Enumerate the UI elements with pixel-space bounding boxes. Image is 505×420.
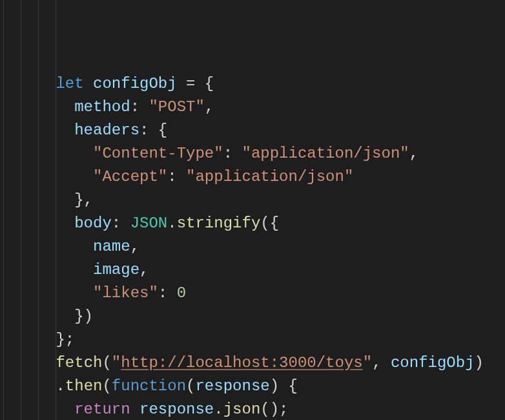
code-token: " [112,354,121,372]
code-line[interactable]: name, [0,235,505,258]
indent [0,191,74,209]
code-token: image [93,261,139,278]
indent [0,308,74,325]
code-token: ( [186,377,195,395]
indent [0,215,74,232]
code-token: return [74,401,130,418]
indent [0,238,93,255]
code-line[interactable]: .then(function(response) { [0,375,505,398]
code-token: }, [74,191,93,209]
indent [0,284,93,302]
code-token: "Accept" [93,168,167,185]
code-token: "POST" [149,98,204,116]
indent [0,145,93,162]
code-token: configObj [391,354,475,372]
code-token: , [130,238,139,255]
indent [0,377,56,395]
code-line[interactable]: return response.json(); [0,398,505,420]
code-token: = { [177,75,214,92]
code-token: ( [102,354,111,372]
indent [0,98,74,116]
indent [0,354,56,372]
code-token: then [65,377,103,395]
code-token: name [93,238,130,255]
code-token: , [139,261,149,278]
code-line[interactable]: }; [0,328,505,352]
code-line[interactable]: fetch("http://localhost:3000/toys", conf… [0,352,505,375]
code-token: method [74,98,130,116]
indent [0,121,74,139]
code-line[interactable]: }, [0,189,505,212]
code-token: : [130,98,149,116]
code-token: . [56,377,65,395]
code-token: " [363,354,372,372]
code-token: response [139,401,214,418]
indent [0,261,93,278]
code-token: : [167,168,186,185]
code-token: , [372,354,391,372]
code-line[interactable]: "Accept": "application/json" [0,165,505,189]
code-line[interactable]: method: "POST", [0,96,505,119]
code-line[interactable]: image, [0,258,505,282]
code-line[interactable]: headers: { [0,119,505,142]
code-token: }; [56,331,74,348]
code-token: JSON [130,215,168,232]
code-token: , [409,145,418,162]
code-token: stringify [177,215,261,232]
code-line[interactable]: "Content-Type": "application/json", [0,142,505,165]
code-line[interactable]: body: JSON.stringify({ [0,212,505,235]
code-line[interactable]: "likes": 0 [0,282,505,305]
code-line[interactable]: let configObj = { [0,72,505,96]
code-token: headers [74,121,139,139]
code-token: . [214,401,223,418]
code-token [130,401,139,418]
code-token: "Content-Type" [93,145,223,162]
code-token: "application/json" [242,145,409,162]
code-token: "likes" [93,284,158,302]
code-token: : { [139,121,167,139]
code-token: }) [74,308,93,325]
code-token: ) [475,354,484,372]
code-token: : [112,215,130,232]
code-token: fetch [56,354,102,372]
code-token: ({ [260,215,279,232]
code-token: . [167,215,176,232]
code-token: ) { [270,377,298,395]
code-token: ( [102,377,111,395]
code-token: , [205,98,214,116]
code-editor[interactable]: let configObj = { method: "POST", header… [0,0,505,420]
code-token: 0 [177,284,186,302]
indent [0,168,93,185]
code-line[interactable]: }) [0,305,505,328]
code-token: response [195,377,269,395]
code-token: configObj [93,75,177,92]
indent [0,401,74,418]
code-token: : [223,145,242,162]
code-token: "application/json" [186,168,353,185]
code-token: (); [260,401,288,418]
code-token: json [223,401,261,418]
code-token: let [56,75,93,92]
indent [0,75,56,92]
code-token: http://localhost:3000/toys [121,354,362,372]
code-token: body [74,215,112,232]
code-token: function [112,377,186,395]
code-token: : [158,284,177,302]
code-block[interactable]: let configObj = { method: "POST", header… [0,72,505,420]
indent [0,331,56,348]
